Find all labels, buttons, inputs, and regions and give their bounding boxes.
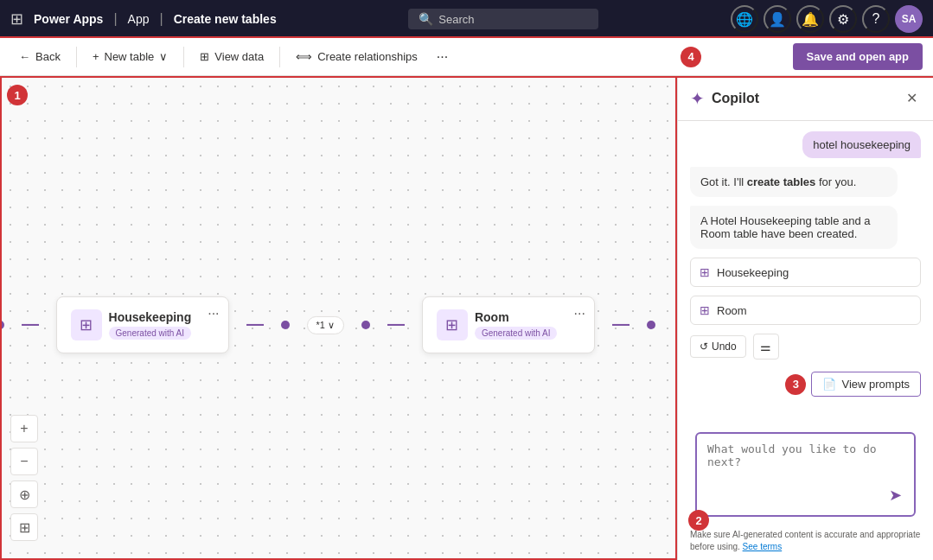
room-menu-button[interactable]: ··· bbox=[574, 306, 585, 321]
copilot-title: Copilot bbox=[712, 91, 896, 106]
filter-button[interactable]: ⚌ bbox=[753, 334, 779, 360]
more-options-button[interactable]: ··· bbox=[430, 44, 455, 70]
table-ref-housekeeping[interactable]: ⊞ Housekeeping bbox=[690, 258, 921, 287]
new-table-button[interactable]: + New table ∨ bbox=[84, 45, 176, 68]
housekeeping-info: Housekeeping Generated with AI bbox=[109, 310, 192, 340]
copilot-close-button[interactable]: ✕ bbox=[903, 86, 921, 110]
view-data-button[interactable]: ⊞ View data bbox=[191, 45, 272, 68]
main-area: 1 ⊞ Housekeeping Generated with AI ··· bbox=[0, 76, 933, 560]
bot-msg1-prefix: Got it. I'll bbox=[700, 175, 747, 188]
send-button[interactable]: ➤ bbox=[887, 484, 904, 506]
prompts-icon: 📄 bbox=[822, 378, 836, 391]
room-table-card[interactable]: ⊞ Room Generated with AI ··· bbox=[422, 296, 595, 353]
chevron-icon: ∨ bbox=[159, 50, 168, 63]
copilot-input[interactable] bbox=[707, 442, 904, 477]
relationship-badge[interactable]: *1 ∨ bbox=[307, 315, 344, 334]
persona-button[interactable]: 👤 bbox=[764, 5, 791, 33]
view-prompts-button[interactable]: 📄 View prompts bbox=[811, 372, 921, 397]
connector-left-line bbox=[22, 324, 39, 326]
undo-button[interactable]: ↺ Undo bbox=[690, 335, 746, 358]
save-open-app-button[interactable]: Save and open app bbox=[793, 43, 923, 70]
rel-label: *1 bbox=[316, 320, 325, 330]
zoom-out-button[interactable]: − bbox=[10, 448, 38, 475]
table-ref-label-hk: Housekeeping bbox=[717, 266, 789, 279]
table-icon: ⊞ bbox=[200, 50, 209, 63]
step-badge-3: 3 bbox=[785, 374, 806, 395]
copilot-chat-scroll[interactable]: hotel housekeeping Got it. I'll create t… bbox=[678, 121, 933, 432]
nav-icon-group: 🌐 👤 🔔 ⚙ ? SA bbox=[731, 5, 923, 33]
housekeeping-menu-button[interactable]: ··· bbox=[208, 306, 219, 321]
rel-chevron[interactable]: ∨ bbox=[328, 319, 335, 330]
housekeeping-table-icon: ⊞ bbox=[71, 309, 102, 340]
room-title: Room bbox=[475, 310, 558, 324]
avatar[interactable]: SA bbox=[895, 5, 923, 33]
bot-message-2: A Hotel Housekeeping table and a Room ta… bbox=[690, 206, 898, 249]
zoom-in-button[interactable]: + bbox=[10, 415, 38, 442]
help-button[interactable]: ? bbox=[862, 5, 890, 33]
bot-message-1: Got it. I'll create tables for you. bbox=[690, 167, 898, 197]
view-prompts-area: 3 📄 View prompts bbox=[690, 372, 921, 397]
footer-text: Make sure AI-generated content is accura… bbox=[690, 530, 920, 551]
connector-mid-left-dot bbox=[281, 321, 290, 329]
toolbar: ← Back + New table ∨ ⊞ View data ⟺ Creat… bbox=[0, 38, 933, 76]
connector-right-line bbox=[612, 324, 629, 326]
table-ref-icon-room: ⊞ bbox=[700, 303, 710, 317]
toolbar-sep1 bbox=[76, 47, 77, 67]
bell-button[interactable]: 🔔 bbox=[796, 5, 824, 33]
step-badge-2: 2 bbox=[688, 510, 709, 531]
table-ref-label-room: Room bbox=[717, 304, 747, 317]
table-ref-room[interactable]: ⊞ Room bbox=[690, 296, 921, 325]
map-button[interactable]: ⊞ bbox=[10, 513, 38, 541]
top-navigation: ⊞ Power Apps | App | Create new tables 🔍… bbox=[0, 0, 933, 38]
relationships-icon: ⟺ bbox=[296, 50, 312, 63]
grid-icon[interactable]: ⊞ bbox=[10, 10, 23, 29]
housekeeping-table-card[interactable]: ⊞ Housekeeping Generated with AI ··· bbox=[56, 296, 229, 353]
room-info: Room Generated with AI bbox=[475, 310, 558, 340]
connector-right-dot bbox=[647, 321, 655, 329]
step-badge-4: 4 bbox=[681, 47, 701, 67]
undo-icon: ↺ bbox=[700, 340, 708, 353]
undo-area: ↺ Undo ⚌ bbox=[690, 334, 921, 360]
send-row: ➤ bbox=[707, 484, 904, 506]
nav-sep2: | bbox=[159, 11, 163, 27]
toolbar-sep3 bbox=[279, 47, 280, 67]
copilot-logo: ✦ bbox=[690, 88, 705, 109]
fit-button[interactable]: ⊕ bbox=[10, 480, 38, 508]
nav-sep1: | bbox=[113, 11, 117, 27]
back-arrow-icon: ← bbox=[19, 50, 30, 63]
input-wrapper: 2 ➤ bbox=[678, 432, 933, 524]
app-name: Power Apps bbox=[34, 12, 103, 26]
user-message: hotel housekeeping bbox=[802, 131, 921, 158]
canvas[interactable]: 1 ⊞ Housekeeping Generated with AI ··· bbox=[0, 76, 677, 560]
breadcrumb-app[interactable]: App bbox=[128, 12, 150, 26]
bot-msg1-suffix: for you. bbox=[815, 175, 856, 188]
globe-button[interactable]: 🌐 bbox=[731, 5, 758, 33]
create-relationships-button[interactable]: ⟺ Create relationships bbox=[287, 45, 426, 68]
housekeeping-title: Housekeeping bbox=[109, 310, 192, 324]
room-card-header: ⊞ Room Generated with AI bbox=[437, 309, 580, 340]
connector-mid-right-dot bbox=[361, 321, 370, 329]
copilot-footer: Make sure AI-generated content is accura… bbox=[678, 524, 933, 560]
breadcrumb-page: Create new tables bbox=[174, 12, 277, 26]
back-button[interactable]: ← Back bbox=[10, 45, 69, 68]
search-icon: 🔍 bbox=[419, 12, 433, 26]
search-bar[interactable]: 🔍 bbox=[408, 9, 598, 29]
gear-button[interactable]: ⚙ bbox=[829, 5, 857, 33]
toolbar-sep2 bbox=[183, 47, 184, 67]
search-input[interactable] bbox=[438, 13, 568, 26]
filter-icon: ⚌ bbox=[760, 340, 771, 353]
bot-msg1-bold: create tables bbox=[747, 175, 816, 188]
copilot-header: ✦ Copilot ✕ bbox=[678, 76, 933, 121]
room-ai-badge: Generated with AI bbox=[475, 327, 558, 340]
footer-link[interactable]: See terms bbox=[743, 542, 783, 551]
room-table-icon: ⊞ bbox=[437, 309, 468, 340]
plus-icon: + bbox=[93, 50, 99, 63]
housekeeping-ai-badge: Generated with AI bbox=[109, 327, 192, 340]
tables-container: ⊞ Housekeeping Generated with AI ··· *1 … bbox=[0, 296, 655, 353]
copilot-panel: ✦ Copilot ✕ hotel housekeeping Got it. I… bbox=[677, 76, 933, 560]
table-ref-icon-hk: ⊞ bbox=[700, 265, 710, 279]
step-badge-1: 1 bbox=[7, 85, 28, 105]
connector-mid-left bbox=[246, 324, 264, 326]
connector-mid-right bbox=[387, 324, 405, 326]
canvas-tools: + − ⊕ ⊞ bbox=[10, 415, 38, 541]
